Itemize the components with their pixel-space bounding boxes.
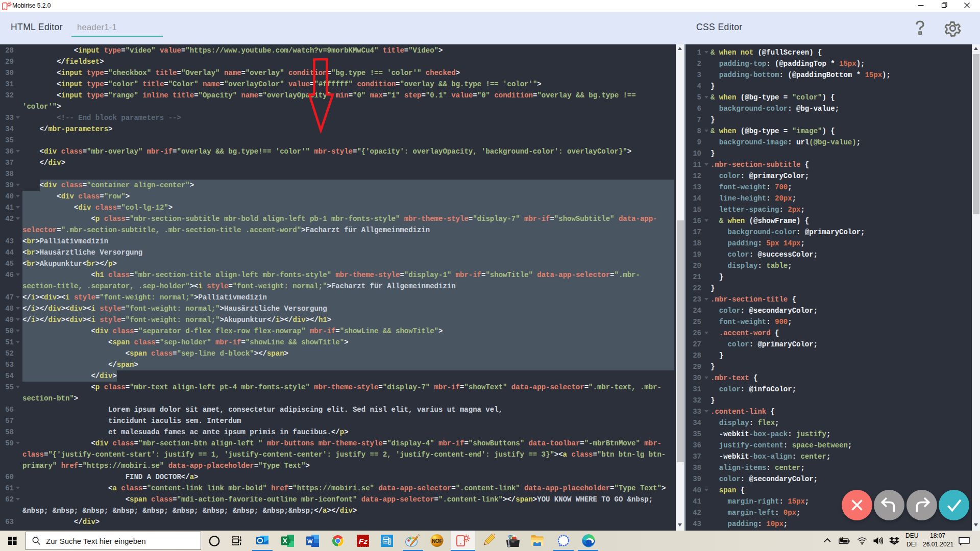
svg-text:Fz: Fz bbox=[359, 537, 368, 545]
svg-text:NOF: NOF bbox=[432, 538, 443, 544]
